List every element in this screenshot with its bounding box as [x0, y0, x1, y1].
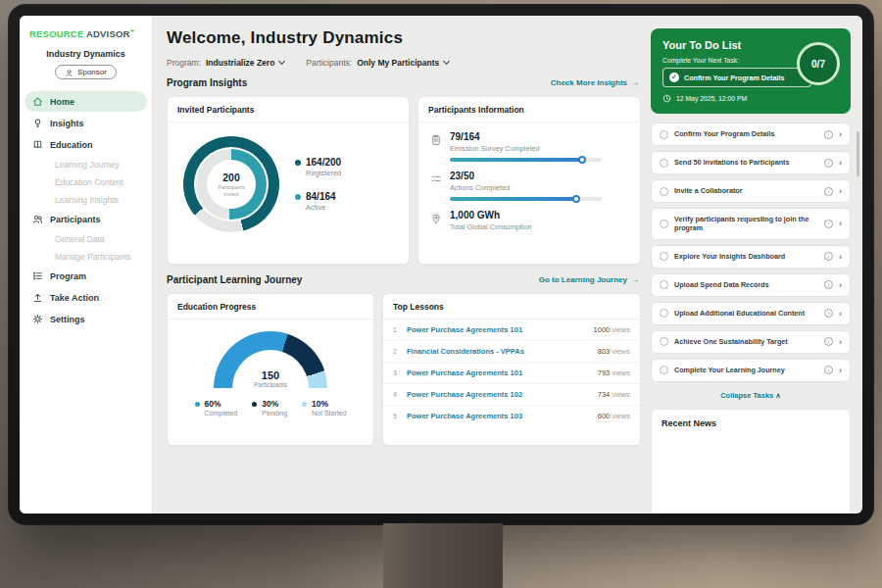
- chevron-right-icon[interactable]: ›: [839, 186, 842, 196]
- legend-item: 30% Pending: [252, 399, 287, 416]
- info-icon[interactable]: i: [824, 159, 833, 168]
- sidebar-item-education[interactable]: Education: [24, 134, 147, 155]
- home-icon: [32, 96, 43, 107]
- collapse-tasks-button[interactable]: Collapse Tasks ∧: [651, 387, 851, 409]
- sidebar-item-program[interactable]: Program: [24, 266, 147, 286]
- chevron-right-icon[interactable]: ›: [839, 219, 842, 228]
- legend-label: Registered: [306, 169, 341, 177]
- education-gauge-chart: 150 Participants: [214, 331, 327, 388]
- sidebar-item-label: Home: [50, 97, 74, 107]
- sidebar-item-learning-journey[interactable]: Learning Journey: [24, 156, 147, 173]
- donut-center-label: Participants Invited: [214, 184, 249, 197]
- arrow-right-icon: →: [631, 78, 639, 87]
- learning-journey-header: Participant Learning Journey Go to Learn…: [167, 274, 639, 285]
- chevron-right-icon[interactable]: ›: [839, 366, 842, 375]
- info-icon[interactable]: i: [824, 309, 833, 318]
- task-checkbox[interactable]: [660, 187, 668, 196]
- legend-label: Active: [306, 203, 336, 212]
- lessons-card-title: Top Lessons: [383, 294, 640, 319]
- legend-dot: [195, 402, 200, 407]
- legend-value: 164/200: [306, 157, 341, 168]
- task-checkbox[interactable]: [660, 130, 668, 139]
- vertical-scrollbar[interactable]: [857, 131, 859, 176]
- chevron-right-icon[interactable]: ›: [839, 280, 842, 290]
- task-row[interactable]: Upload Additional Educational Content i …: [651, 302, 851, 325]
- lesson-title-link[interactable]: Financial Considerations - VPPAs: [407, 347, 591, 356]
- task-row[interactable]: Complete Your Learning Journey i ›: [651, 359, 851, 382]
- lesson-row[interactable]: 4 Power Purchase Agreements 102 734views: [383, 384, 640, 406]
- info-icon[interactable]: i: [824, 130, 833, 139]
- task-row[interactable]: Invite a Collaborator i ›: [651, 179, 851, 203]
- task-checkbox[interactable]: [660, 280, 668, 289]
- chevron-right-icon[interactable]: ›: [839, 158, 842, 168]
- sidebar-item-education-content[interactable]: Education Content: [24, 173, 147, 191]
- sidebar-item-label: Program: [50, 271, 86, 281]
- sidebar-item-manage-participants[interactable]: Manage Participants: [24, 248, 147, 266]
- task-row[interactable]: Achieve One Sustainability Target i ›: [651, 330, 851, 354]
- lesson-row[interactable]: 2 Financial Considerations - VPPAs 803vi…: [383, 341, 640, 363]
- lesson-views-unit: views: [612, 368, 630, 377]
- lesson-row[interactable]: 5 Power Purchase Agreements 103 600views: [383, 406, 640, 426]
- legend-item: 164/200 Registered: [295, 157, 341, 177]
- lesson-rank: 2: [393, 348, 400, 355]
- upload-arrow-icon: [32, 292, 43, 303]
- task-row[interactable]: Send 50 Invitations to Participants i ›: [651, 151, 851, 174]
- legend-dot: [295, 194, 301, 200]
- task-checkbox[interactable]: [660, 366, 668, 374]
- lesson-title-link[interactable]: Power Purchase Agreements 102: [407, 390, 591, 399]
- lesson-title-link[interactable]: Power Purchase Agreements 101: [407, 325, 587, 334]
- sponsor-badge[interactable]: Sponsor: [55, 65, 117, 79]
- stat-bar-fill: [450, 197, 577, 201]
- info-icon[interactable]: i: [824, 366, 833, 374]
- lesson-title-link[interactable]: Power Purchase Agreements 103: [407, 412, 591, 420]
- clock-icon: [662, 94, 671, 103]
- info-icon[interactable]: i: [824, 252, 833, 261]
- task-checkbox[interactable]: [660, 337, 668, 346]
- chevron-right-icon[interactable]: ›: [839, 337, 842, 347]
- chevron-right-icon[interactable]: ›: [839, 129, 842, 139]
- caret-up-icon: ∧: [775, 391, 781, 400]
- info-icon[interactable]: i: [824, 280, 833, 289]
- todo-next-task[interactable]: ✓ Confirm Your Program Details: [662, 68, 811, 87]
- lesson-views: 793: [598, 368, 611, 377]
- go-to-learning-journey-link[interactable]: Go to Learning Journey →: [539, 275, 639, 284]
- lesson-title-link[interactable]: Power Purchase Agreements 101: [407, 368, 591, 377]
- chevron-right-icon[interactable]: ›: [839, 252, 842, 262]
- sidebar-item-settings[interactable]: Settings: [24, 309, 147, 329]
- task-label: Confirm Your Program Details: [674, 129, 818, 138]
- info-icon[interactable]: i: [824, 187, 833, 196]
- lesson-row[interactable]: 1 Power Purchase Agreements 101 1000view…: [383, 319, 640, 341]
- task-row[interactable]: Confirm Your Program Details i ›: [651, 122, 851, 146]
- resource-advisor-logo: RESOURCE ADVISOR+: [20, 25, 152, 45]
- info-icon[interactable]: i: [824, 220, 833, 228]
- program-filter[interactable]: Program: Industrialize Zero: [167, 58, 284, 68]
- task-checkbox[interactable]: [660, 309, 668, 318]
- task-row[interactable]: Upload Spend Data Records i ›: [651, 273, 851, 297]
- stat-value: 79/164: [450, 131, 602, 142]
- donut-center-value: 200: [222, 172, 240, 183]
- task-checkbox[interactable]: [660, 220, 668, 228]
- participants-filter[interactable]: Participants: Only My Participants: [306, 58, 449, 68]
- legend-item: 84/164 Active: [295, 191, 341, 212]
- task-row[interactable]: Verify participants requesting to join t…: [651, 208, 851, 240]
- task-row[interactable]: Explore Your Insights Dashboard i ›: [651, 245, 851, 269]
- check-more-insights-link[interactable]: Check More Insights →: [551, 78, 639, 87]
- pinfo-card-title: Participants Information: [418, 97, 640, 122]
- sidebar-item-learning-insights[interactable]: Learning Insights: [24, 191, 147, 209]
- sidebar-item-participants[interactable]: Participants: [24, 209, 147, 229]
- participants-filter-label: Participants:: [306, 58, 352, 68]
- learning-cards-row: Education Progress 150 Participants: [167, 293, 641, 446]
- chevron-right-icon[interactable]: ›: [839, 309, 842, 318]
- invited-participants-card: Invited Participants 200 Participants In…: [167, 96, 410, 265]
- task-checkbox[interactable]: [660, 159, 668, 168]
- legend-label: Completed: [205, 410, 238, 416]
- sidebar-item-take-action[interactable]: Take Action: [24, 287, 147, 308]
- sidebar-item-general-data[interactable]: General Data: [24, 230, 147, 248]
- sidebar-item-home[interactable]: Home: [24, 91, 147, 112]
- lesson-rank: 5: [393, 413, 400, 419]
- lesson-row[interactable]: 3 Power Purchase Agreements 101 793views: [383, 363, 640, 384]
- lesson-rank: 4: [393, 391, 400, 398]
- info-icon[interactable]: i: [824, 337, 833, 346]
- task-checkbox[interactable]: [660, 252, 668, 261]
- sidebar-item-insights[interactable]: Insights: [24, 113, 147, 133]
